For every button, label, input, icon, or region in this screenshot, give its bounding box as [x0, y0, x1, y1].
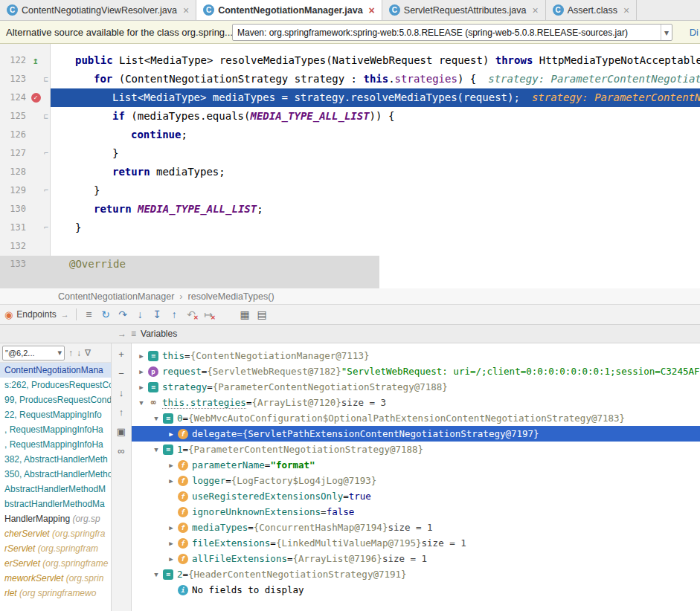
variable-row[interactable]: ▼∞this.strategies = {ArrayList@7120} siz…	[132, 395, 700, 410]
disable-link[interactable]: Di	[690, 27, 699, 38]
expand-arrow-icon[interactable]: ▼	[136, 399, 147, 407]
variable-row[interactable]: ▶≡strategy = {ParameterContentNegotiatio…	[132, 379, 700, 395]
editor-tab[interactable]: CContentNegotiatingViewResolver.java×	[0, 0, 196, 20]
code-text[interactable]: return mediaTypes;	[51, 163, 700, 181]
duplicate-watch-icon[interactable]: ▣	[115, 426, 127, 437]
code-text[interactable]	[51, 237, 700, 256]
stack-frame-row[interactable]: rlet (org springframewo	[0, 586, 111, 601]
tab-close-icon[interactable]: ×	[183, 4, 189, 16]
layout-settings-icon[interactable]: ▤	[254, 308, 271, 320]
frame-up-icon[interactable]: ↑	[68, 348, 73, 358]
threads-view-icon[interactable]: ≡	[80, 308, 97, 320]
fold-start-icon[interactable]: ⊏	[42, 70, 51, 88]
variable-row[interactable]: ▼≡1 = {ParameterContentNegotiationStrate…	[132, 442, 700, 457]
move-watch-down-icon[interactable]: ↓	[115, 387, 127, 398]
code-line[interactable]: 127¬}	[0, 144, 700, 163]
variable-row[interactable]: ▶fallFileExtensions = {ArrayList@7196} s…	[132, 551, 700, 566]
code-line[interactable]: @Override	[30, 256, 126, 288]
variable-row[interactable]: ▼≡2 = {HeaderContentNegotiationStrategy@…	[132, 566, 700, 582]
step-out-icon[interactable]: ↑	[166, 308, 183, 320]
frame-down-icon[interactable]: ↓	[77, 348, 81, 358]
source-jar-dropdown[interactable]: Maven: org.springframework:spring-web:5.…	[232, 24, 672, 41]
variables-menu-icon[interactable]: ≡	[131, 329, 136, 339]
expand-arrow-icon[interactable]: ▶	[166, 555, 176, 563]
stack-frame-row[interactable]: cherServlet (org.springfra	[0, 526, 111, 541]
code-line[interactable]: 131¬}	[0, 219, 700, 237]
tab-close-icon[interactable]: ×	[623, 4, 629, 16]
step-into-icon[interactable]: ↓	[132, 308, 149, 320]
code-line[interactable]: 128return mediaTypes;	[0, 163, 700, 181]
variable-row[interactable]: ▶prequest = {ServletWebRequest@7182} "Se…	[132, 363, 700, 379]
expand-arrow-icon[interactable]: ▶	[136, 368, 147, 375]
tab-endpoints[interactable]: ◉ Endpoints	[0, 309, 61, 320]
show-execution-point-icon[interactable]: ↻	[97, 308, 115, 320]
code-line[interactable]: 129¬}	[0, 181, 700, 200]
stack-frame-row[interactable]: 382, AbstractHandlerMeth	[0, 452, 111, 467]
stack-frame-row[interactable]: meworkServlet (org.sprin	[0, 571, 111, 586]
stack-frame-row[interactable]: HandlerMapping (org.sp	[0, 511, 111, 526]
stack-frame-row[interactable]: 350, AbstractHandlerMetho	[0, 467, 111, 482]
move-watch-up-icon[interactable]: ↑	[115, 407, 127, 418]
code-text[interactable]: return MEDIA_TYPE_ALL_LIST;	[51, 200, 700, 219]
code-text[interactable]: for (ContentNegotiationStrategy strategy…	[51, 70, 700, 88]
code-line[interactable]: 125⊏if (mediaTypes.equals(MEDIA_TYPE_ALL…	[0, 107, 700, 126]
stack-frame-row[interactable]: , RequestMappingInfoHa	[0, 437, 111, 452]
variable-row[interactable]: fignoreUnknownExtensions = false	[132, 504, 700, 520]
stack-frame-row[interactable]: 22, RequestMappingInfo	[0, 407, 111, 422]
fold-end-icon[interactable]: ¬	[42, 144, 51, 163]
step-over-icon[interactable]: ↷	[115, 308, 132, 320]
stack-frame-row[interactable]: ContentNegotiationMana	[0, 363, 111, 378]
show-watches-icon[interactable]: ∞	[115, 445, 127, 456]
view-as-grid-icon[interactable]: ▦	[237, 308, 254, 320]
fold-start-icon[interactable]: ⊏	[42, 107, 51, 126]
code-text[interactable]: public List<MediaType> resolveMediaTypes…	[51, 51, 700, 70]
expand-arrow-icon[interactable]: ▼	[151, 446, 161, 453]
variable-row[interactable]: fuseRegisteredExtensionsOnly = true	[132, 488, 700, 504]
expand-arrow-icon[interactable]: ▶	[136, 352, 147, 360]
code-line[interactable]: 126continue;	[0, 126, 700, 144]
code-line[interactable]: 123⊏for (ContentNegotiationStrategy stra…	[0, 70, 700, 88]
drop-frame-icon[interactable]: ↶✕	[183, 308, 200, 320]
restore-layout-icon[interactable]: →	[118, 329, 126, 339]
code-text[interactable]: }	[51, 181, 700, 200]
editor-tab[interactable]: CServletRequestAttributes.java×	[382, 0, 546, 20]
code-text[interactable]: if (mediaTypes.equals(MEDIA_TYPE_ALL_LIS…	[51, 107, 700, 126]
fold-end-icon[interactable]: ¬	[42, 219, 51, 237]
breakpoint-icon[interactable]: ✓	[31, 93, 41, 103]
variable-row[interactable]: ▶≡this = {ContentNegotiationManager@7113…	[132, 348, 700, 363]
run-to-cursor-icon[interactable]: ↦✕	[200, 308, 217, 320]
variable-row[interactable]: ▶fdelegate = {ServletPathExtensionConten…	[132, 426, 700, 442]
tab-close-icon[interactable]: ×	[369, 4, 375, 16]
expand-arrow-icon[interactable]: ▶	[166, 462, 176, 469]
expand-arrow-icon[interactable]: ▼	[151, 415, 161, 422]
stack-frame-row[interactable]: erServlet (org.springframe	[0, 556, 111, 571]
thread-dropdown[interactable]: "@6,2... ▾	[2, 346, 65, 361]
add-watch-icon[interactable]: +	[115, 349, 127, 360]
code-line[interactable]: 122↥public List<MediaType> resolveMediaT…	[0, 51, 700, 70]
variable-row[interactable]: ▶fmediaTypes = {ConcurrentHashMap@7194} …	[132, 520, 700, 535]
expand-arrow-icon[interactable]: ▶	[166, 477, 176, 485]
breadcrumb-item-class[interactable]: ContentNegotiationManager	[58, 291, 174, 302]
breadcrumb-item-method[interactable]: resolveMediaTypes()	[188, 291, 274, 302]
variable-row[interactable]: ▶fparameterName = "format"	[132, 457, 700, 473]
stack-frame-row[interactable]: s:262, ProducesRequestCo	[0, 378, 111, 392]
expand-arrow-icon[interactable]: ▶	[166, 540, 176, 547]
code-line[interactable]: 132	[0, 237, 700, 256]
code-text[interactable]: List<MediaType> mediaTypes = strategy.re…	[51, 88, 700, 107]
variable-row[interactable]: ▶flogger = {LogFactory$Log4jLog@7193}	[132, 473, 700, 488]
code-text[interactable]: }	[51, 144, 700, 163]
stack-frame-row[interactable]: rServlet (org.springfram	[0, 541, 111, 556]
force-step-into-icon[interactable]: ↧	[149, 308, 166, 320]
expand-arrow-icon[interactable]: ▶	[136, 384, 147, 391]
stack-frame-row[interactable]: , RequestMappingInfoHa	[0, 422, 111, 437]
expand-arrow-icon[interactable]: ▶	[166, 524, 176, 531]
variable-row[interactable]: ▶ffileExtensions = {LinkedMultiValueMap@…	[132, 535, 700, 551]
editor-tab[interactable]: CContentNegotiationManager.java×	[196, 0, 382, 20]
remove-watch-icon[interactable]: −	[115, 368, 127, 379]
variable-row[interactable]: ▼≡0 = {WebMvcAutoConfiguration$OptionalP…	[132, 410, 700, 426]
stack-frame-row[interactable]: AbstractHandlerMethodM	[0, 482, 111, 497]
filter-frames-icon[interactable]: ∇	[85, 348, 91, 358]
stack-frame-row[interactable]: bstractHandlerMethodMa	[0, 497, 111, 511]
stack-frame-row[interactable]: 99, ProducesRequestCond	[0, 392, 111, 407]
editor-tab[interactable]: CAssert.class×	[546, 0, 638, 20]
